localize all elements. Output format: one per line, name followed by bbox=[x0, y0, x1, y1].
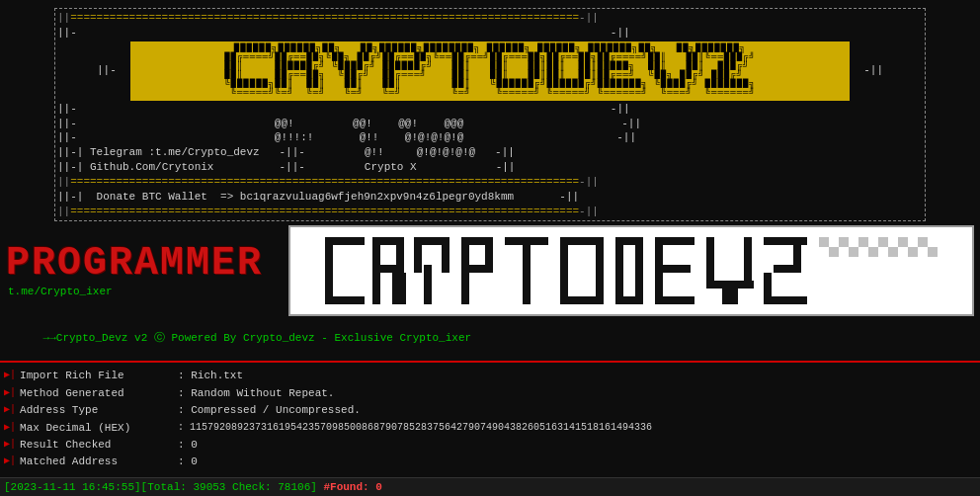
status-found: #Found: 0 bbox=[323, 481, 381, 493]
import-row: ▶| Import Rich File : Rich.txt bbox=[0, 368, 980, 384]
banner-donate-line: ||-| Donate BTC Wallet => bc1qrazvuluag6… bbox=[57, 190, 923, 205]
app-container: ||======================================… bbox=[0, 0, 980, 496]
ascii-logo-yellow: ██████╗██████╗██╗ ██╗██████╗████████╗ ██… bbox=[130, 41, 849, 101]
play-icon-4: ▶| bbox=[4, 421, 16, 435]
banner-right-pipe: -|| bbox=[858, 63, 883, 78]
version-divider: →→Crypto_Devz v2 ⓒ Powered By Crypto_dev… bbox=[0, 316, 980, 363]
result-value: : 0 bbox=[178, 438, 198, 453]
method-row: ▶| Method Generated : Random Without Rep… bbox=[0, 385, 980, 402]
version-line: →→Crypto_Devz v2 ⓒ Powered By Crypto_dev… bbox=[0, 316, 980, 361]
method-label: Method Generated bbox=[20, 386, 178, 401]
cryptodevz-pixel-logo bbox=[315, 227, 947, 314]
maxdec-label: Max Decimal (HEX) bbox=[20, 421, 178, 436]
banner-bottom-border: ||======================================… bbox=[57, 205, 923, 219]
svg-rect-12 bbox=[424, 265, 432, 304]
svg-rect-2 bbox=[325, 237, 333, 304]
svg-rect-28 bbox=[655, 237, 694, 245]
programmer-sub: t.me/Crypto_ixer bbox=[6, 286, 285, 297]
result-row: ▶| Result Checked : 0 bbox=[0, 437, 980, 454]
programmer-section: PROGRAMMER t.me/Crypto_ixer bbox=[2, 225, 288, 316]
play-icon-3: ▶| bbox=[4, 403, 16, 417]
svg-rect-29 bbox=[655, 265, 691, 273]
matched-label: Matched Address bbox=[20, 455, 178, 469]
svg-rect-17 bbox=[505, 237, 548, 245]
maxdec-value: : 11579208923731619542357098500868790785… bbox=[178, 421, 652, 435]
import-value: : Rich.txt bbox=[178, 369, 243, 383]
play-icon-1: ▶| bbox=[4, 369, 16, 382]
svg-rect-50 bbox=[908, 247, 918, 257]
banner-top-border: ||======================================… bbox=[57, 11, 923, 26]
svg-rect-43 bbox=[878, 237, 888, 247]
matched-value: : 0 bbox=[178, 455, 198, 469]
svg-rect-34 bbox=[722, 289, 738, 304]
svg-rect-26 bbox=[615, 296, 643, 304]
svg-rect-45 bbox=[918, 237, 928, 247]
donate-address: bc1qrazvuluag6wfjeh9n2xpv9n4z6lpegr0yd8k… bbox=[240, 191, 514, 203]
svg-rect-42 bbox=[858, 237, 868, 247]
status-text: [2023-11-11 16:45:55][Total: 39053 Check… bbox=[4, 481, 323, 493]
svg-rect-40 bbox=[819, 237, 829, 247]
svg-rect-37 bbox=[774, 265, 801, 273]
github-text: Github.Com/Crytonix bbox=[90, 161, 213, 173]
logo-row-6: ╚═════╝╚═╝ ╚═╝ ╚═╝ ╚═╝ ╚═╝ ╚═════╝ ╚════… bbox=[136, 89, 843, 98]
svg-rect-8 bbox=[392, 273, 406, 304]
svg-rect-16 bbox=[461, 265, 493, 273]
svg-rect-21 bbox=[596, 237, 604, 304]
svg-rect-47 bbox=[849, 247, 858, 257]
banner-mid-border: ||======================================… bbox=[57, 175, 923, 190]
svg-rect-30 bbox=[655, 296, 694, 304]
play-icon-5: ▶| bbox=[4, 438, 16, 452]
play-icon-6: ▶| bbox=[4, 455, 16, 468]
svg-rect-18 bbox=[523, 245, 531, 304]
svg-rect-20 bbox=[560, 237, 568, 304]
svg-rect-22 bbox=[560, 296, 604, 304]
svg-rect-33 bbox=[706, 281, 754, 289]
banner-excl-line: ||-@!!!:! @!! @!@!@!@!@-|| bbox=[57, 130, 923, 145]
ascii-logo-container: ||- ██████╗██████╗██╗ ██╗██████╗████████… bbox=[57, 41, 923, 102]
telegram-text: Telegram :t.me/Crypto_devz bbox=[90, 146, 260, 158]
banner-left-pipe: ||- bbox=[97, 63, 122, 78]
donate-label: Donate BTC Wallet => bbox=[97, 191, 234, 203]
matched-row: ▶| Matched Address : 0 bbox=[0, 454, 980, 470]
import-label: Import Rich File bbox=[20, 369, 178, 383]
banner-spacer1: ||--|| bbox=[57, 26, 923, 41]
banner-github-line: ||-| Github.Com/Crytonix -||-Crypto X-|| bbox=[57, 160, 923, 175]
svg-rect-11 bbox=[414, 237, 449, 245]
banner-spacer2: ||--|| bbox=[57, 102, 923, 117]
svg-rect-39 bbox=[764, 296, 807, 304]
svg-rect-3 bbox=[325, 296, 365, 304]
method-value: : Random Without Repeat. bbox=[178, 386, 334, 401]
banner-box: ||======================================… bbox=[54, 8, 926, 221]
svg-rect-44 bbox=[898, 237, 908, 247]
address-value: : Compressed / Uncompressed. bbox=[178, 403, 361, 418]
svg-rect-23 bbox=[615, 237, 623, 304]
mid-section: PROGRAMMER t.me/Crypto_ixer bbox=[0, 225, 980, 316]
github-left: ||-| Github.Com/Crytonix -||-Crypto X-|| bbox=[57, 160, 515, 175]
banner-at-line: ||-@@! @@! @@! @@@-|| bbox=[57, 117, 923, 131]
banner-social-line: ||-| Telegram :t.me/Crypto_devz -||-@!! … bbox=[57, 145, 923, 160]
pixel-logo-section bbox=[288, 225, 974, 316]
result-label: Result Checked bbox=[20, 438, 178, 453]
svg-rect-49 bbox=[888, 247, 898, 257]
status-bar: [2023-11-11 16:45:55][Total: 39053 Check… bbox=[0, 477, 980, 496]
svg-rect-38 bbox=[764, 273, 772, 296]
svg-rect-31 bbox=[706, 237, 714, 287]
svg-rect-25 bbox=[635, 237, 643, 304]
svg-rect-35 bbox=[764, 237, 807, 245]
programmer-title: PROGRAMMER bbox=[6, 245, 285, 283]
address-label: Address Type bbox=[20, 403, 178, 418]
address-row: ▶| Address Type : Compressed / Uncompres… bbox=[0, 402, 980, 419]
svg-rect-46 bbox=[829, 247, 839, 257]
info-section: ▶| Import Rich File : Rich.txt ▶| Method… bbox=[0, 366, 980, 472]
svg-rect-32 bbox=[744, 237, 752, 287]
svg-rect-7 bbox=[372, 265, 404, 273]
svg-rect-41 bbox=[839, 237, 849, 247]
maxdec-row: ▶| Max Decimal (HEX) : 11579208923731619… bbox=[0, 420, 980, 437]
social-left: ||-| Telegram :t.me/Crypto_devz -||-@!! … bbox=[57, 145, 515, 160]
svg-rect-48 bbox=[868, 247, 878, 257]
terminal-banner: ||======================================… bbox=[0, 0, 980, 221]
svg-rect-51 bbox=[928, 247, 938, 257]
play-icon-2: ▶| bbox=[4, 386, 16, 400]
version-text: →Crypto_Devz v2 ⓒ Powered By Crypto_devz… bbox=[49, 332, 471, 344]
